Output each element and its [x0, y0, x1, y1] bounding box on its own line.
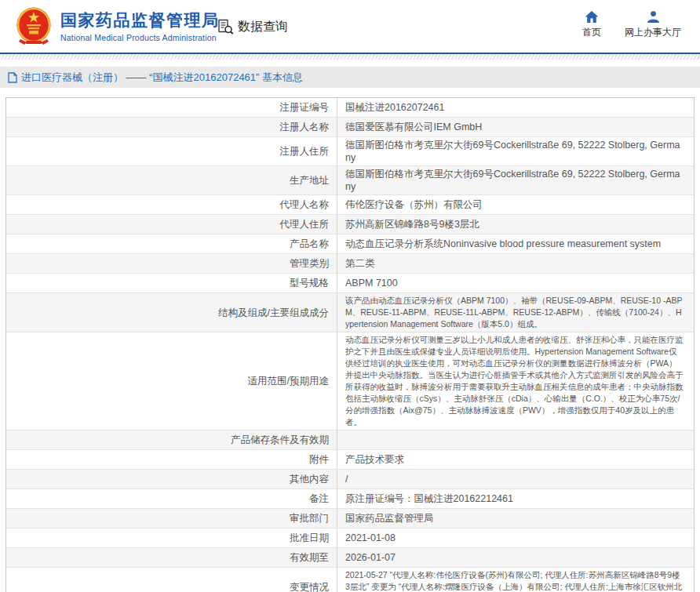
row-label-text: 代理人住所: [280, 218, 330, 231]
nav-home[interactable]: 首页: [582, 11, 601, 39]
row-label-text: 结构及组成/主要组成成分: [218, 307, 329, 319]
breadcrumb-text: 进口医疗器械（注册） —— “国械注进20162072461” 基本信息: [21, 71, 303, 85]
table-row: 备注原注册证编号：国械注进20162212461: [6, 488, 694, 508]
row-label-text: 产品名称: [290, 238, 329, 250]
table-row: 附件产品技术要求: [6, 449, 694, 469]
row-value: 德国斯图伯格市考克里尔大街69号Cockerillstraße 69, 5222…: [337, 166, 694, 194]
row-label-text: 其他内容: [290, 473, 329, 485]
row-value: 德国斯图伯格市考克里尔大街69号Cockerillstraße 69, 5222…: [337, 137, 694, 165]
hatched-strip: [0, 54, 700, 60]
row-label: 备注: [6, 489, 337, 508]
row-value: 原注册证编号：国械注进20162212461: [337, 489, 694, 508]
row-label: 产品储存条件及有效期: [6, 430, 337, 449]
row-label-text: 注册证编号: [280, 101, 330, 114]
row-label: 注册证编号: [6, 98, 337, 117]
table-row: 适用范围/预期用途动态血压记录分析仪可测量三岁以上小儿和成人患者的收缩压、舒张压…: [6, 332, 694, 430]
row-label-text: 生产地址: [290, 174, 329, 187]
row-label: 代理人名称: [6, 195, 337, 214]
data-query-tab[interactable]: 数据查询: [217, 18, 288, 35]
row-label-text: 注册人住所: [280, 145, 330, 158]
table-row: 注册人名称德国爱医慕有限公司IEM GmbH: [6, 117, 694, 136]
document-icon: [8, 72, 17, 83]
row-label-text: 有效期至: [290, 551, 329, 564]
data-query-icon: [217, 18, 234, 35]
table-row: 结构及组成/主要组成成分该产品由动态血压记录分析仪（ABPM 7100）、袖带（…: [6, 292, 694, 332]
site-title-block: 国家药品监督管理局 National Medical Products Admi…: [60, 11, 220, 42]
table-row: 审批部门国家药品监督管理局: [6, 508, 694, 528]
row-label: 批准日期: [6, 528, 337, 547]
row-label: 注册人住所: [6, 137, 337, 165]
row-label: 审批部门: [6, 509, 337, 528]
row-label: 附件: [6, 450, 337, 469]
row-label: 管理类别: [6, 254, 337, 273]
table-row: 产品储存条件及有效期: [6, 430, 694, 449]
row-value: 苏州高新区锦峰路8号9楼3层北: [337, 215, 694, 234]
row-label: 生产地址: [6, 166, 337, 194]
row-value: /: [337, 470, 694, 488]
row-value: [337, 430, 694, 449]
row-value: 第二类: [337, 254, 694, 273]
row-label: 适用范围/预期用途: [6, 332, 337, 430]
site-title-cn: 国家药品监督管理局: [60, 11, 220, 30]
row-value: 国械注进20162072461: [337, 98, 694, 117]
row-value: 2021-01-08: [337, 528, 694, 547]
row-label: 变更情况: [6, 568, 337, 592]
table-row: 型号规格ABPM 7100: [6, 273, 694, 292]
row-label: 型号规格: [6, 274, 337, 292]
header-nav: 首页 网上办事大厅: [582, 11, 681, 39]
info-table: 注册证编号国械注进20162072461注册人名称德国爱医慕有限公司IEM Gm…: [5, 97, 695, 592]
row-label: 注册人名称: [6, 118, 337, 136]
row-label-text: 审批部门: [290, 512, 329, 525]
nav-service-hall-label: 网上办事大厅: [625, 26, 681, 39]
row-value: 2021-05-27 “代理人名称:伟伦医疗设备(苏州)有限公司; 代理人住所:…: [337, 568, 694, 592]
row-label: 代理人住所: [6, 215, 337, 234]
row-label-text: 批准日期: [290, 532, 329, 544]
row-label: 结构及组成/主要组成成分: [6, 293, 337, 332]
row-label-text: 注册人名称: [280, 121, 330, 133]
row-value: 该产品由动态血压记录分析仪（ABPM 7100）、袖带（REUSE-09-ABP…: [337, 293, 694, 332]
table-row: 注册证编号国械注进20162072461: [6, 98, 694, 117]
table-row: 其他内容/: [6, 469, 694, 488]
table-row: 生产地址德国斯图伯格市考克里尔大街69号Cockerillstraße 69, …: [6, 165, 694, 194]
site-title-en: National Medical Products Administration: [60, 33, 220, 42]
table-row: 批准日期2021-01-08: [6, 528, 694, 547]
row-label-text: 管理类别: [290, 257, 329, 270]
table-row: 管理类别第二类: [6, 253, 694, 273]
user-icon: [647, 11, 660, 23]
row-value: 产品技术要求: [337, 450, 694, 469]
row-value: 2026-01-07: [337, 548, 694, 567]
site-header: 国家药品监督管理局 National Medical Products Admi…: [0, 0, 700, 53]
table-row: 产品名称动态血压记录分析系统Noninvasive blood pressure…: [6, 234, 694, 253]
row-value: 动态血压记录分析仪可测量三岁以上小儿和成人患者的收缩压、舒张压和心率，只能在医疗…: [337, 332, 694, 430]
site-logo: 国家药品监督管理局 National Medical Products Admi…: [15, 6, 220, 46]
nav-home-label: 首页: [582, 26, 601, 39]
row-label-text: 附件: [309, 453, 329, 466]
row-value: 伟伦医疗设备（苏州）有限公司: [337, 195, 694, 214]
row-value: 德国爱医慕有限公司IEM GmbH: [337, 118, 694, 136]
row-label: 有效期至: [6, 548, 337, 567]
row-label: 其他内容: [6, 470, 337, 488]
nav-service-hall[interactable]: 网上办事大厅: [625, 11, 681, 39]
row-label: 产品名称: [6, 234, 337, 253]
row-label-text: 型号规格: [290, 277, 329, 289]
breadcrumb: 进口医疗器械（注册） —— “国械注进20162072461” 基本信息: [0, 67, 700, 88]
data-query-label: 数据查询: [238, 19, 288, 35]
row-value: 动态血压记录分析系统Noninvasive blood pressure mea…: [337, 234, 694, 253]
row-label-text: 变更情况: [290, 581, 329, 592]
table-row: 代理人住所苏州高新区锦峰路8号9楼3层北: [6, 214, 694, 234]
row-label-text: 产品储存条件及有效期: [231, 434, 329, 446]
row-label-text: 备注: [309, 492, 329, 505]
table-row: 有效期至2026-01-07: [6, 547, 694, 567]
row-label-text: 适用范围/预期用途: [248, 375, 329, 387]
table-row: 注册人住所德国斯图伯格市考克里尔大街69号Cockerillstraße 69,…: [6, 136, 694, 165]
home-icon: [585, 11, 599, 23]
national-emblem-icon: [15, 6, 53, 46]
table-row: 变更情况2021-05-27 “代理人名称:伟伦医疗设备(苏州)有限公司; 代理…: [6, 567, 694, 592]
row-value: ABPM 7100: [337, 274, 694, 292]
row-label-text: 代理人名称: [280, 198, 330, 211]
row-value: 国家药品监督管理局: [337, 509, 694, 528]
table-row: 代理人名称伟伦医疗设备（苏州）有限公司: [6, 194, 694, 214]
